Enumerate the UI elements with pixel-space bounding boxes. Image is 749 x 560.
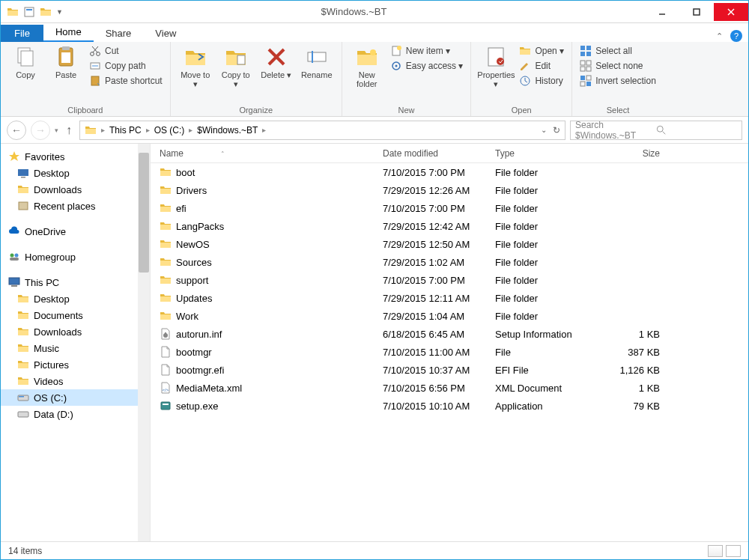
column-header-date[interactable]: Date modified xyxy=(383,148,495,159)
file-row[interactable]: bootmgr.efi7/10/2015 10:37 AMEFI File1,1… xyxy=(151,361,748,379)
breadcrumb-item[interactable]: $Windows.~BT xyxy=(197,125,258,136)
folder-icon xyxy=(17,309,29,321)
large-icons-view-button[interactable] xyxy=(726,545,741,557)
file-name: efi xyxy=(176,203,187,214)
file-row[interactable]: </>MediaMeta.xml7/10/2015 6:56 PMXML Doc… xyxy=(151,379,748,397)
nav-this-pc-desktop[interactable]: Desktop xyxy=(1,290,150,307)
nav-recent-places[interactable]: Recent places xyxy=(1,198,150,214)
edit-button[interactable]: Edit xyxy=(519,60,564,72)
nav-homegroup[interactable]: Homegroup xyxy=(1,249,150,265)
invert-selection-button[interactable]: Invert selection xyxy=(580,75,656,87)
file-row[interactable]: support7/10/2015 7:00 PMFile folder xyxy=(151,271,748,289)
file-row[interactable]: Work7/29/2015 1:04 AMFile folder xyxy=(151,307,748,325)
copy-to-button[interactable]: Copy to ▾ xyxy=(219,45,253,89)
forward-button[interactable]: → xyxy=(31,121,50,140)
qat-dropdown-icon[interactable]: ▼ xyxy=(56,8,63,16)
delete-label: Delete ▾ xyxy=(261,70,291,80)
column-header-name[interactable]: Name˄ xyxy=(151,148,383,159)
svg-point-49 xyxy=(15,254,19,258)
open-button[interactable]: Open ▾ xyxy=(519,45,564,57)
file-icon xyxy=(160,364,172,376)
nav-this-pc-data-d[interactable]: Data (D:) xyxy=(1,406,150,422)
tab-view[interactable]: View xyxy=(143,25,188,42)
new-folder-qat-icon[interactable] xyxy=(40,6,52,18)
nav-this-pc-pictures[interactable]: Pictures xyxy=(1,356,150,373)
minimize-ribbon-icon[interactable]: ⌃ xyxy=(716,31,723,41)
file-name: autorun.inf xyxy=(176,329,222,340)
column-header-size[interactable]: Size xyxy=(607,148,675,159)
properties-button[interactable]: Properties ▾ xyxy=(479,45,513,89)
column-header-type[interactable]: Type xyxy=(495,148,607,159)
file-name: MediaMeta.xml xyxy=(176,383,242,394)
select-all-button[interactable]: Select all xyxy=(580,45,656,57)
move-to-button[interactable]: Move to ▾ xyxy=(178,45,213,89)
details-view-button[interactable] xyxy=(708,545,723,557)
file-row[interactable]: LangPacks7/29/2015 12:42 AMFile folder xyxy=(151,217,748,235)
file-row[interactable]: efi7/10/2015 7:00 PMFile folder xyxy=(151,199,748,217)
close-button[interactable] xyxy=(714,3,748,21)
address-bar[interactable]: ▸ This PC▸ OS (C:)▸ $Windows.~BT▸ ⌄ ↻ xyxy=(79,121,565,140)
file-row[interactable]: Sources7/29/2015 1:02 AMFile folder xyxy=(151,253,748,271)
rename-button[interactable]: Rename xyxy=(300,45,334,79)
up-button[interactable]: ↑ xyxy=(63,124,75,137)
select-none-button[interactable]: Select none xyxy=(580,60,656,72)
new-item-icon xyxy=(390,45,402,57)
file-row[interactable]: bootmgr7/10/2015 11:00 AMFile387 KB xyxy=(151,343,748,361)
file-row[interactable]: autorun.inf6/18/2015 6:45 AMSetup Inform… xyxy=(151,325,748,343)
easy-access-button[interactable]: Easy access ▾ xyxy=(390,60,464,72)
file-row[interactable]: boot7/10/2015 7:00 PMFile folder xyxy=(151,163,748,181)
minimize-button[interactable] xyxy=(645,3,679,21)
file-row[interactable]: setup.exe7/10/2015 10:10 AMApplication79… xyxy=(151,397,748,415)
delete-button[interactable]: Delete ▾ xyxy=(259,45,294,80)
paste-shortcut-button[interactable]: Paste shortcut xyxy=(89,75,163,87)
back-button[interactable]: ← xyxy=(7,121,26,140)
nav-this-pc-downloads[interactable]: Downloads xyxy=(1,323,150,340)
file-type: XML Document xyxy=(495,383,607,394)
address-dropdown-icon[interactable]: ⌄ xyxy=(541,126,547,134)
file-row[interactable]: Updates7/29/2015 12:11 AMFile folder xyxy=(151,289,748,307)
nav-downloads[interactable]: Downloads xyxy=(1,181,150,198)
file-date: 7/10/2015 7:00 PM xyxy=(383,203,495,214)
cut-button[interactable]: Cut xyxy=(89,45,163,57)
tab-share[interactable]: Share xyxy=(94,25,144,42)
nav-pane-scrollbar[interactable] xyxy=(138,144,150,541)
nav-this-pc-music[interactable]: Music xyxy=(1,340,150,356)
folder-icon xyxy=(160,310,172,322)
help-icon[interactable]: ? xyxy=(730,30,742,42)
nav-desktop[interactable]: Desktop xyxy=(1,165,150,181)
paste-shortcut-icon xyxy=(89,75,101,87)
nav-this-pc[interactable]: This PC xyxy=(1,274,150,290)
copy-icon xyxy=(13,45,37,69)
nav-this-pc-videos[interactable]: Videos xyxy=(1,373,150,389)
copy-button[interactable]: Copy xyxy=(8,45,43,79)
refresh-icon[interactable]: ↻ xyxy=(553,125,560,136)
maximize-button[interactable] xyxy=(679,3,714,21)
nav-this-pc-documents[interactable]: Documents xyxy=(1,307,150,323)
new-folder-button[interactable]: New folder xyxy=(350,45,384,88)
tab-home[interactable]: Home xyxy=(43,23,94,42)
copy-path-button[interactable]: Copy path xyxy=(89,60,163,72)
nav-favorites[interactable]: Favorites xyxy=(1,148,150,165)
paste-button[interactable]: Paste xyxy=(49,45,83,79)
tab-file[interactable]: File xyxy=(1,25,43,42)
history-button[interactable]: History xyxy=(519,75,564,87)
file-type: File folder xyxy=(495,275,607,286)
svg-rect-21 xyxy=(308,52,326,61)
search-box[interactable]: Search $Windows.~BT xyxy=(570,121,742,140)
file-name: Drivers xyxy=(176,185,207,196)
new-item-button[interactable]: New item ▾ xyxy=(390,45,464,57)
breadcrumb-item[interactable]: This PC xyxy=(109,125,142,136)
properties-qat-icon[interactable] xyxy=(23,6,35,18)
nav-onedrive[interactable]: OneDrive xyxy=(1,223,150,240)
folder-icon xyxy=(17,375,29,387)
file-row[interactable]: NewOS7/29/2015 12:50 AMFile folder xyxy=(151,235,748,253)
svg-rect-42 xyxy=(586,82,591,86)
file-list-body: boot7/10/2015 7:00 PMFile folderDrivers7… xyxy=(151,163,748,541)
file-type: File folder xyxy=(495,239,607,250)
file-name: Updates xyxy=(176,293,212,304)
folder-icon xyxy=(17,293,29,305)
breadcrumb-item[interactable]: OS (C:) xyxy=(154,125,185,136)
nav-this-pc-os-c[interactable]: OS (C:) xyxy=(1,389,150,406)
recent-locations-dropdown[interactable]: ▾ xyxy=(55,127,58,134)
file-row[interactable]: Drivers7/29/2015 12:26 AMFile folder xyxy=(151,181,748,199)
